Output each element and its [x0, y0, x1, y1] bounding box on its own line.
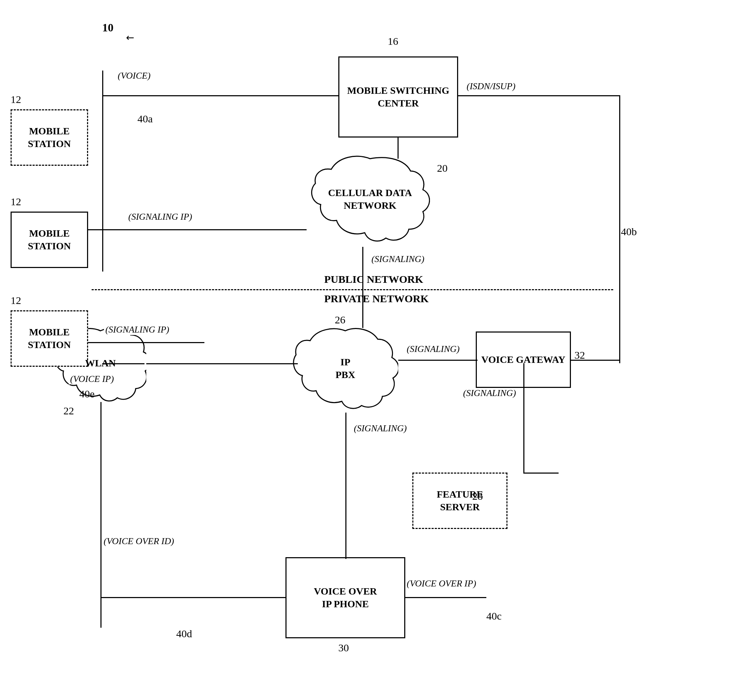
wlan-label: WLAN [85, 358, 116, 369]
ref-40e: 40e [79, 388, 94, 400]
label-isdn: (ISDN/ISUP) [465, 81, 517, 92]
label-voice-ip: (VOICE IP) [69, 374, 115, 384]
ip-pbx-node: IPPBX [292, 324, 398, 413]
line-voip-feature [405, 597, 486, 598]
label-signaling-ip1: (SIGNALING IP) [127, 212, 193, 222]
ref-22: 22 [63, 405, 74, 417]
mobile-station-solid: MOBILE STATION [11, 212, 88, 268]
label-voice: (VOICE) [116, 71, 152, 81]
line-ippbx-voip [345, 413, 346, 559]
voip-phone-label: VOICE OVERIP PHONE [314, 585, 377, 611]
arrow-10: ↙ [124, 31, 138, 45]
line-left-v-main [102, 71, 103, 271]
ip-pbx-label: IPPBX [335, 356, 355, 380]
ref-26: 26 [335, 314, 345, 326]
line-feature-h [523, 472, 559, 474]
line-msc-left-h [102, 95, 339, 96]
ref-16: 16 [388, 35, 398, 47]
cellular-label: CELLULAR DATA NETWORK [328, 187, 412, 211]
line-gateway-right [571, 360, 620, 361]
line-wlan-voip-h [100, 597, 286, 598]
ms-dashed-top-label: MOBILE STATION [12, 125, 87, 150]
ref-40c: 40c [486, 610, 502, 622]
ref-28: 28 [472, 490, 483, 502]
ref-20: 20 [437, 162, 448, 174]
line-wlan-ippbx [146, 363, 298, 364]
ref-10: 10 [102, 21, 113, 34]
line-signaling-ip2 [102, 342, 204, 343]
line-feature-right-v [523, 363, 524, 472]
label-voice-over-id: (VOICE OVER ID) [102, 536, 176, 547]
ref-12a: 12 [11, 93, 21, 105]
label-signaling4: (SIGNALING) [462, 388, 517, 398]
ref-40d: 40d [176, 628, 192, 640]
label-signaling3: (SIGNALING) [352, 423, 408, 434]
line-msc-cellular [397, 138, 399, 159]
line-ms-solid-right [88, 229, 103, 230]
msc-label: MOBILE SWITCHING CENTER [339, 84, 457, 110]
mobile-station-dashed-top: MOBILE STATION [11, 109, 88, 166]
ms-dashed-bottom-label: MOBILE STATION [12, 326, 87, 352]
public-private-divider [92, 289, 613, 290]
public-network-label: PUBLIC NETWORK [324, 273, 423, 285]
feature-server-node: FEATURESERVER [412, 472, 507, 529]
mobile-switching-center-node: MOBILE SWITCHING CENTER [338, 56, 458, 138]
line-cellular-ippbx [362, 247, 363, 328]
ref-40a: 40a [138, 113, 153, 125]
line-ippbx-gateway [398, 360, 477, 361]
ref-12c: 12 [11, 294, 21, 307]
ms-solid-label: MOBILE STATION [12, 227, 87, 253]
ref-40b: 40b [621, 226, 637, 238]
mobile-station-dashed-bottom: MOBILE STATION [11, 310, 88, 367]
label-voice-over-ip1: (VOICE OVER IP) [405, 578, 477, 589]
voip-phone-node: VOICE OVERIP PHONE [286, 557, 405, 638]
label-signaling-ip2: (SIGNALING IP) [104, 324, 171, 335]
line-ms-dashed-right [88, 342, 103, 343]
ref-12b: 12 [11, 196, 21, 208]
line-right-v [619, 95, 620, 363]
line-wlan-voip-v [100, 402, 102, 628]
cellular-data-network-node: CELLULAR DATA NETWORK [310, 152, 430, 247]
label-signaling1: (SIGNALING) [405, 344, 461, 355]
ref-30: 30 [338, 642, 349, 654]
ref-32: 32 [575, 349, 585, 361]
private-network-label: PRIVATE NETWORK [324, 293, 428, 305]
line-signaling-ip-top [102, 229, 307, 230]
label-signaling2: (SIGNALING) [370, 254, 426, 265]
line-msc-right-h [458, 95, 620, 96]
